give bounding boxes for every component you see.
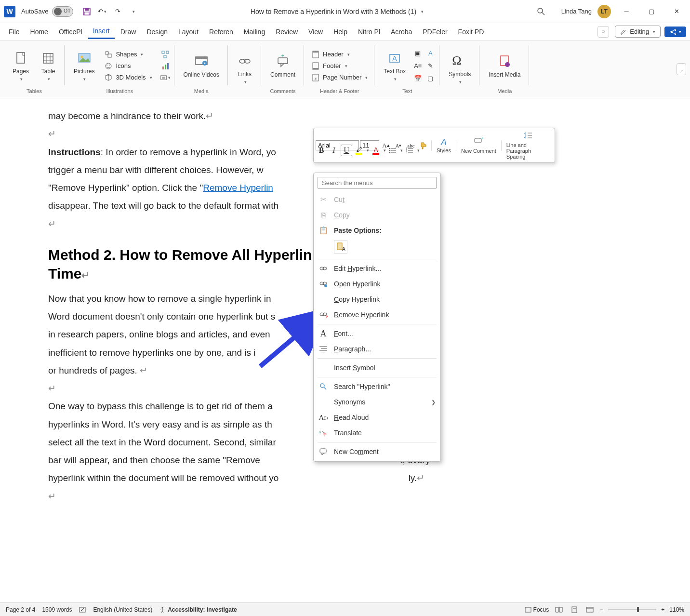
page-number-button[interactable]: #Page Number▾ xyxy=(308,72,371,83)
footer-button[interactable]: Footer▾ xyxy=(308,61,371,71)
minimize-icon[interactable]: ─ xyxy=(617,4,636,19)
tab-home[interactable]: Home xyxy=(26,25,53,39)
icons-button[interactable]: Icons xyxy=(101,61,155,71)
text-box-button[interactable]: A Text Box ▾ xyxy=(379,44,411,87)
hyperlink[interactable]: Remove Hyperlin xyxy=(203,183,273,193)
print-layout-icon[interactable] xyxy=(569,605,580,614)
qat-customize-icon[interactable]: ▾ xyxy=(127,6,139,17)
save-icon[interactable] xyxy=(81,6,93,17)
3d-models-button[interactable]: 3D Models▾ xyxy=(101,72,155,83)
user-avatar[interactable]: LT xyxy=(597,5,611,18)
shapes-button[interactable]: Shapes▾ xyxy=(101,49,155,60)
user-name[interactable]: Linda Tang xyxy=(561,8,592,15)
context-translate[interactable]: a字 Translate xyxy=(314,425,440,441)
expand-ribbon-icon[interactable]: ⌄ xyxy=(677,63,686,75)
svg-rect-2 xyxy=(84,12,89,15)
accessibility-indicator[interactable]: Accessibility: Investigate xyxy=(159,606,237,613)
maximize-icon[interactable]: ▢ xyxy=(642,4,661,19)
context-copy-hyperlink[interactable]: Copy Hyperlink xyxy=(314,292,440,307)
object-icon[interactable]: ▢ xyxy=(425,73,436,84)
undo-icon[interactable]: ↶ ▾ xyxy=(96,6,108,17)
quick-parts-icon[interactable]: ▣ xyxy=(412,48,423,59)
line-spacing-button[interactable]: Line and Paragraph Spacing xyxy=(504,130,553,161)
pictures-button[interactable]: Pictures ▾ xyxy=(69,44,99,87)
smartart-icon[interactable] xyxy=(160,49,171,60)
page-indicator[interactable]: Page 2 of 4 xyxy=(6,606,35,613)
tab-review[interactable]: Review xyxy=(271,25,303,39)
date-time-icon[interactable]: 📅 xyxy=(412,73,423,84)
web-layout-icon[interactable] xyxy=(584,605,595,614)
wordart-icon[interactable]: A xyxy=(425,48,436,59)
toggle-switch[interactable]: Off xyxy=(52,6,73,17)
editing-mode-button[interactable]: Editing ▾ xyxy=(615,26,661,38)
insert-media-button[interactable]: Insert Media xyxy=(484,44,525,87)
signature-icon[interactable]: ✎ xyxy=(425,61,436,71)
context-insert-symbol[interactable]: Insert Symbol xyxy=(314,360,440,375)
header-button[interactable]: Header▾ xyxy=(308,49,371,60)
language-indicator[interactable]: English (United States) xyxy=(93,606,152,613)
word-count[interactable]: 1509 words xyxy=(42,606,72,613)
pages-button[interactable]: Pages ▾ xyxy=(8,44,34,87)
context-copy: ⎘ Copy xyxy=(314,207,440,223)
underline-icon[interactable]: U xyxy=(341,145,352,156)
paste-keep-source-icon[interactable]: A xyxy=(334,240,347,254)
links-button[interactable]: Links ▾ xyxy=(232,44,257,93)
zoom-slider[interactable] xyxy=(608,609,656,610)
focus-mode-button[interactable]: Focus xyxy=(525,606,549,613)
bullets-icon[interactable] xyxy=(387,145,398,156)
context-read-aloud[interactable]: A))) Read Aloud xyxy=(314,410,440,425)
comments-icon[interactable] xyxy=(597,26,609,38)
new-comment-button[interactable]: + New Comment xyxy=(458,136,499,155)
read-mode-icon[interactable] xyxy=(554,605,564,614)
bold-icon[interactable]: B xyxy=(316,145,327,156)
close-icon[interactable]: ✕ xyxy=(667,4,686,19)
spell-check-icon[interactable] xyxy=(79,606,86,613)
zoom-level[interactable]: 110% xyxy=(669,606,684,613)
tab-references[interactable]: Referen xyxy=(204,25,238,39)
context-new-comment[interactable]: New Comment xyxy=(314,444,440,459)
context-paragraph[interactable]: Paragraph... xyxy=(314,341,440,357)
tab-view[interactable]: View xyxy=(304,25,328,39)
tab-insert[interactable]: Insert xyxy=(88,24,115,39)
context-font[interactable]: A Font... xyxy=(314,326,440,341)
tab-officepl[interactable]: OfficePl xyxy=(54,25,87,39)
context-search-hyperlink[interactable]: Search "Hyperlink" xyxy=(314,379,440,394)
chart-icon[interactable] xyxy=(160,61,171,71)
styles-button[interactable]: A Styles xyxy=(434,136,454,154)
context-synonyms[interactable]: Synonyms ❯ xyxy=(314,394,440,410)
online-videos-button[interactable]: Online Videos xyxy=(179,44,225,87)
tab-file[interactable]: File xyxy=(4,25,25,39)
redo-icon[interactable]: ↷ xyxy=(112,6,123,17)
highlight-icon[interactable]: 🖍 xyxy=(353,145,365,156)
table-button[interactable]: Table ▾ xyxy=(36,44,61,87)
context-edit-hyperlink[interactable]: Edit Hyperlink... xyxy=(314,261,440,276)
tab-design[interactable]: Design xyxy=(142,25,172,39)
svg-point-17 xyxy=(106,65,107,66)
tab-layout[interactable]: Layout xyxy=(173,25,203,39)
document-title[interactable]: How to Remove a Hyperlink in Word with 3… xyxy=(251,8,416,15)
font-color-icon[interactable]: A xyxy=(370,145,382,156)
autosave-toggle[interactable]: AutoSave Off xyxy=(21,6,73,17)
tab-nitro[interactable]: Nitro Pl xyxy=(353,25,385,39)
zoom-out-button[interactable]: − xyxy=(600,606,603,613)
context-remove-hyperlink[interactable]: ✕ Remove Hyperlink xyxy=(314,307,440,322)
drop-cap-icon[interactable]: A≡ xyxy=(412,61,423,71)
share-button[interactable]: ▾ xyxy=(664,27,686,37)
comment-button[interactable]: + Comment xyxy=(265,44,300,87)
title-chevron-icon[interactable]: ▾ xyxy=(421,9,424,14)
zoom-in-button[interactable]: + xyxy=(661,606,664,613)
tab-mailings[interactable]: Mailing xyxy=(239,25,270,39)
italic-icon[interactable]: I xyxy=(328,145,340,156)
tab-draw[interactable]: Draw xyxy=(116,25,141,39)
search-icon[interactable] xyxy=(535,6,547,17)
search-menus-input[interactable] xyxy=(318,177,437,189)
svg-rect-83 xyxy=(525,607,531,612)
tab-pdfeler[interactable]: PDFeler xyxy=(418,25,452,39)
screenshot-icon[interactable]: ▾ xyxy=(160,72,171,83)
numbering-icon[interactable]: 123 xyxy=(404,145,415,156)
tab-help[interactable]: Help xyxy=(329,25,352,39)
tab-foxit[interactable]: Foxit PD xyxy=(453,25,489,39)
tab-acrobat[interactable]: Acroba xyxy=(386,25,417,39)
context-open-hyperlink[interactable]: Open Hyperlink xyxy=(314,276,440,292)
symbols-button[interactable]: Ω Symbols ▾ xyxy=(444,44,476,93)
